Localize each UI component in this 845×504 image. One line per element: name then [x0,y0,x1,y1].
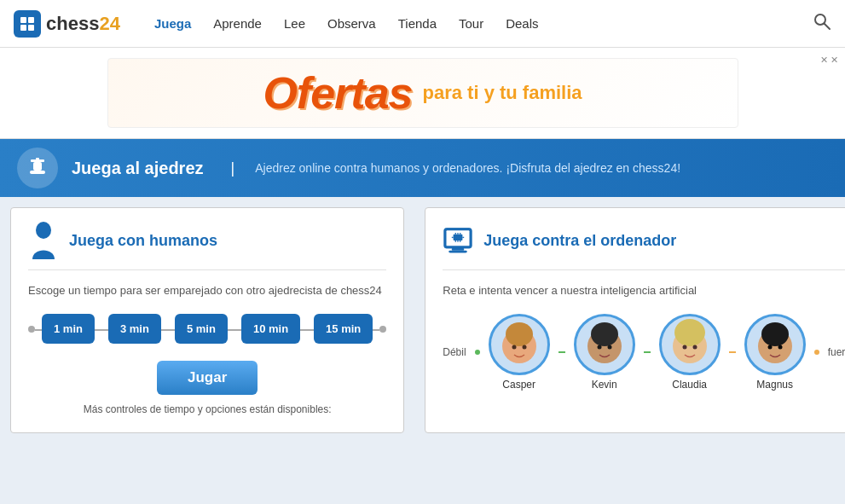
svg-rect-15 [449,251,467,253]
opponent-casper[interactable]: Casper [489,314,550,391]
play-action: Jugar Más controles de tiempo y opciones… [28,361,386,415]
strength-line-2 [644,351,651,353]
hero-bar: Juega al ajedrez | Ajedrez online contra… [0,139,845,197]
time-btn-15min[interactable]: 15 min [314,314,373,344]
time-buttons-row: 1 min 3 min 5 min 10 min 15 min [35,314,379,344]
svg-point-39 [767,345,772,350]
claudia-name: Claudia [672,379,707,391]
kevin-avatar [574,314,635,375]
opponents-row: Débil Casper [443,314,845,391]
hero-divider: | [231,159,235,177]
ad-banner: Ofertas para ti y tu familia ✕ ✕ [0,48,845,139]
svg-line-6 [825,24,831,30]
humans-title-text: Juega con humanos [69,232,217,250]
hero-title: Juega al ajedrez [72,159,204,178]
humans-panel-title: Juega con humanos [28,225,386,270]
casper-avatar [489,314,550,375]
header: chess24 Juega Aprende Lee Observa Tienda… [0,0,845,48]
svg-rect-8 [33,162,42,171]
strong-label: fuerte [828,346,845,358]
claudia-avatar [659,314,721,375]
svg-point-31 [597,345,601,350]
svg-rect-9 [30,171,45,174]
svg-point-38 [761,322,789,346]
nav-item-deals[interactable]: Deals [497,11,547,36]
computer-description: Reta e intenta vencer a nuestra intelige… [443,284,845,297]
svg-point-40 [778,345,782,350]
logo-text: chess24 [46,13,120,35]
nav-item-lee[interactable]: Lee [275,11,314,36]
nav-item-tienda[interactable]: Tienda [390,11,445,36]
svg-rect-10 [36,158,39,160]
svg-point-36 [692,345,697,350]
time-btn-1min[interactable]: 1 min [42,314,95,344]
svg-point-35 [682,345,686,350]
svg-rect-14 [452,248,464,251]
nav-item-aprende[interactable]: Aprende [205,11,270,36]
time-selector: 1 min 3 min 5 min 10 min 15 min [28,314,386,344]
opponent-kevin[interactable]: Kevin [574,314,635,391]
opponent-claudia[interactable]: Claudia [659,314,721,391]
computer-icon [443,225,473,256]
logo-icon [14,10,41,38]
kevin-name: Kevin [592,379,617,391]
play-grid: Juega con humanos Escoge un tiempo para … [0,197,845,443]
humans-description: Escoge un tiempo para ser emparejado con… [28,284,386,297]
humans-panel: Juega con humanos Escoge un tiempo para … [10,207,404,433]
hero-description: Ajedrez online contra humanos y ordenado… [255,161,680,175]
magnus-name: Magnus [756,379,793,391]
ad-subtitle-text: para ti y tu familia [423,82,582,104]
svg-point-27 [512,345,516,350]
human-icon [28,225,59,256]
svg-rect-3 [20,25,26,31]
strength-line-3 [729,351,736,353]
weak-label: Débil [443,346,466,358]
weak-dot [475,350,480,355]
nav-item-tour[interactable]: Tour [450,11,492,36]
computer-title-text: Juega contra el ordenador [483,232,676,250]
nav-item-juega[interactable]: Juega [146,11,200,36]
main-content: Juega con humanos Escoge un tiempo para … [0,197,845,504]
svg-point-34 [674,319,705,346]
svg-point-26 [506,322,533,346]
nav-item-observa[interactable]: Observa [319,11,385,36]
chess-piece-icon [17,148,58,188]
ad-ofertas-text: Ofertas [263,67,412,119]
ad-content: Ofertas para ti y tu familia [107,58,738,128]
slider-start-dot [28,326,35,333]
casper-name: Casper [502,379,535,391]
svg-point-30 [591,322,618,346]
computer-panel: Juega contra el ordenador Reta e intenta… [425,207,845,433]
svg-point-28 [522,345,526,350]
strength-line-1 [559,351,565,353]
svg-point-32 [607,345,611,350]
ad-text: Ofertas para ti y tu familia [142,67,703,119]
logo[interactable]: chess24 [14,10,120,38]
time-btn-10min[interactable]: 10 min [241,314,300,344]
svg-point-11 [36,222,51,239]
strong-dot [814,350,819,355]
svg-rect-2 [28,17,34,23]
time-btn-5min[interactable]: 5 min [175,314,228,344]
slider-end-dot [379,326,386,333]
magnus-avatar [744,314,806,375]
opponent-magnus[interactable]: Magnus [744,314,806,391]
svg-rect-1 [20,17,26,23]
ad-close-button[interactable]: ✕ ✕ [820,55,838,66]
computer-panel-title: Juega contra el ordenador [443,225,845,270]
svg-rect-4 [28,25,34,31]
search-icon[interactable] [813,12,831,35]
more-controls-text: Más controles de tiempo y opciones están… [28,403,386,415]
main-nav: Juega Aprende Lee Observa Tienda Tour De… [146,11,813,36]
jugar-button[interactable]: Jugar [157,361,258,395]
svg-rect-16 [454,235,463,240]
time-btn-3min[interactable]: 3 min [108,314,161,344]
